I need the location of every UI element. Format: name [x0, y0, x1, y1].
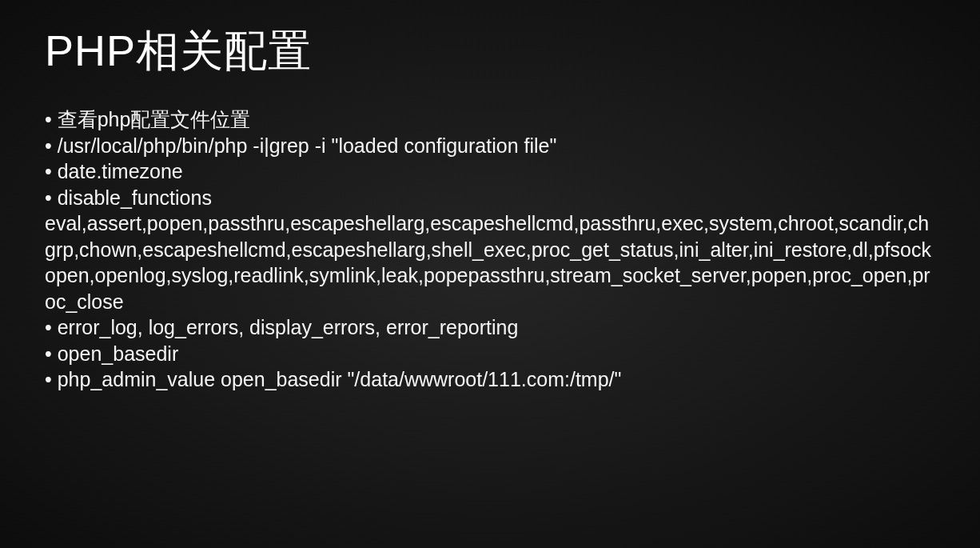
bullet-char: •: [45, 342, 52, 365]
bullet-text: disable_functions: [58, 186, 212, 209]
bullet-char: •: [45, 186, 52, 209]
bullet-char: •: [45, 160, 52, 182]
bullet-item-2: • /usr/local/php/bin/php -i|grep -i "loa…: [45, 133, 935, 159]
bullet-item-4: • disable_functions: [45, 185, 935, 211]
bullet-text: 查看php配置文件位置: [58, 108, 251, 130]
bullet-char: •: [45, 108, 52, 130]
bullet-item-6: • open_basedir: [45, 341, 935, 367]
bullet-item-5: • error_log, log_errors, display_errors,…: [45, 314, 935, 341]
bullet-text: /usr/local/php/bin/php -i|grep -i "loade…: [58, 134, 557, 157]
bullet-text: date.timezone: [58, 160, 183, 182]
bullet-text: php_admin_value open_basedir "/data/wwwr…: [58, 368, 622, 390]
slide-content: • 查看php配置文件位置 • /usr/local/php/bin/php -…: [45, 106, 935, 393]
slide-title: PHP相关配置: [45, 22, 935, 81]
bullet-item-3: • date.timezone: [45, 158, 935, 185]
bullet-text: open_basedir: [58, 342, 179, 365]
slide-container: PHP相关配置 • 查看php配置文件位置 • /usr/local/php/b…: [0, 0, 980, 548]
bullet-item-1: • 查看php配置文件位置: [45, 106, 935, 133]
bullet-char: •: [45, 316, 52, 338]
functions-list: eval,assert,popen,passthru,escapeshellar…: [45, 210, 935, 314]
bullet-char: •: [45, 368, 52, 390]
bullet-text: error_log, log_errors, display_errors, e…: [58, 316, 519, 338]
bullet-char: •: [45, 134, 52, 157]
bullet-item-7: • php_admin_value open_basedir "/data/ww…: [45, 366, 935, 393]
